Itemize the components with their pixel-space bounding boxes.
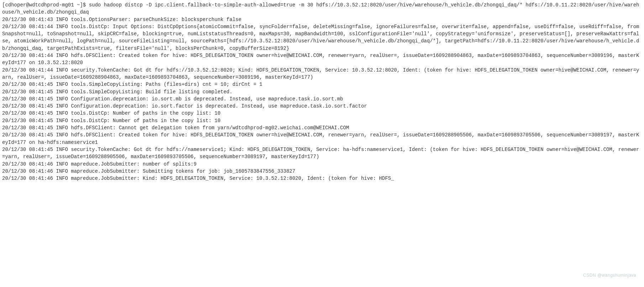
terminal-output: [cdhoper@wdtcdhprod-mg01 ~]$ sudo hadoop… (0, 0, 644, 183)
